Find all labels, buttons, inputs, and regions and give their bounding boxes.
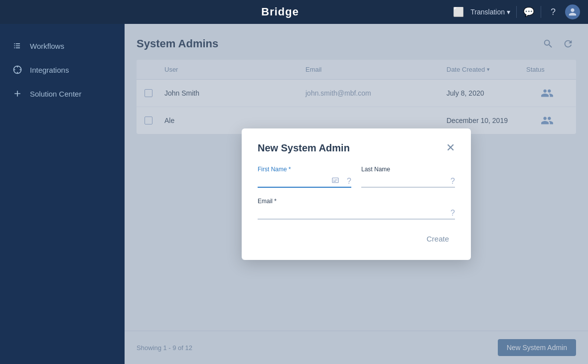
integrations-icon: [12, 65, 23, 75]
last-name-group: Last Name ?: [361, 166, 455, 188]
contact-card-icon[interactable]: [331, 176, 339, 186]
screen-icon[interactable]: ⬜: [452, 6, 464, 18]
email-help-icon[interactable]: ?: [450, 209, 455, 218]
sidebar: Workflows Integrations Solution Center: [0, 24, 125, 364]
modal-header: New System Admin ✕: [258, 142, 455, 154]
help-icon[interactable]: ?: [547, 6, 559, 18]
last-name-help-icon[interactable]: ?: [450, 177, 455, 186]
modal-close-button[interactable]: ✕: [446, 142, 455, 153]
sidebar-item-integrations[interactable]: Integrations: [0, 58, 125, 82]
modal-body: First Name ? L: [258, 166, 455, 220]
header-divider: [516, 6, 517, 18]
first-name-help-icon[interactable]: ?: [347, 177, 351, 186]
header-right: ⬜ Translation ▾ 💬 ?: [452, 4, 580, 19]
sidebar-item-workflows[interactable]: Workflows: [0, 34, 125, 58]
sidebar-item-solution-center[interactable]: Solution Center: [0, 82, 125, 106]
content-area: System Admins User Email: [125, 24, 588, 364]
modal-overlay: New System Admin ✕ First Name: [125, 24, 588, 364]
email-input[interactable]: [258, 207, 455, 220]
create-button[interactable]: Create: [421, 232, 455, 246]
email-form-row: Email * ?: [258, 198, 455, 220]
app-title: Bridge: [261, 5, 299, 18]
header-divider-2: [541, 6, 541, 18]
translation-button[interactable]: Translation ▾: [470, 8, 510, 16]
name-form-row: First Name ? L: [258, 166, 455, 188]
modal-title: New System Admin: [258, 142, 350, 154]
first-name-group: First Name ?: [258, 166, 351, 188]
main-layout: Workflows Integrations Solution Center S…: [0, 24, 588, 364]
sidebar-label-workflows: Workflows: [30, 42, 64, 50]
translation-dropdown-arrow: ▾: [507, 8, 510, 16]
email-label: Email *: [258, 198, 455, 205]
first-name-label: First Name: [258, 166, 351, 173]
email-group: Email * ?: [258, 198, 455, 220]
chat-icon[interactable]: 💬: [523, 6, 535, 18]
sidebar-label-integrations: Integrations: [30, 66, 69, 74]
top-header: Bridge ⬜ Translation ▾ 💬 ?: [0, 0, 588, 24]
last-name-label: Last Name: [361, 166, 455, 173]
translation-label: Translation: [470, 8, 505, 16]
modal-footer: Create: [258, 228, 455, 246]
workflows-icon: [12, 41, 23, 51]
sidebar-label-solution-center: Solution Center: [30, 90, 81, 98]
new-system-admin-modal: New System Admin ✕ First Name: [242, 128, 471, 260]
last-name-input[interactable]: [361, 175, 455, 188]
solution-center-icon: [12, 89, 23, 99]
avatar[interactable]: [565, 4, 580, 19]
